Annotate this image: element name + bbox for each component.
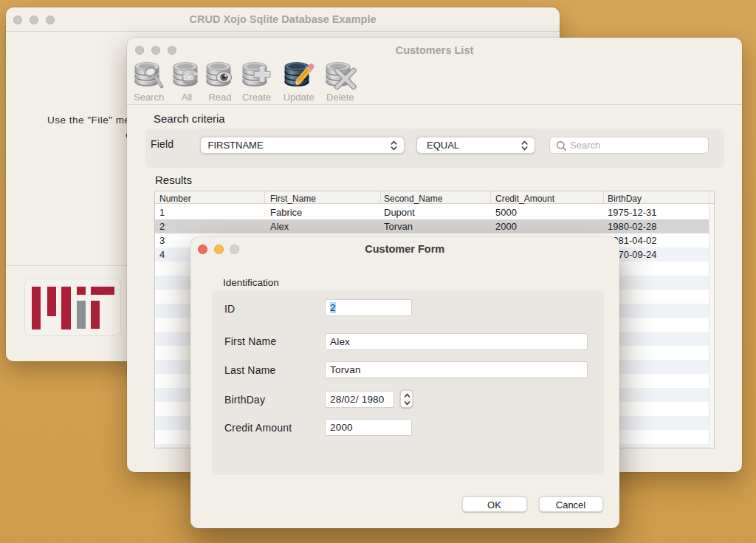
svg-text:%: % xyxy=(193,72,198,76)
svg-text:100: 100 xyxy=(183,75,193,81)
